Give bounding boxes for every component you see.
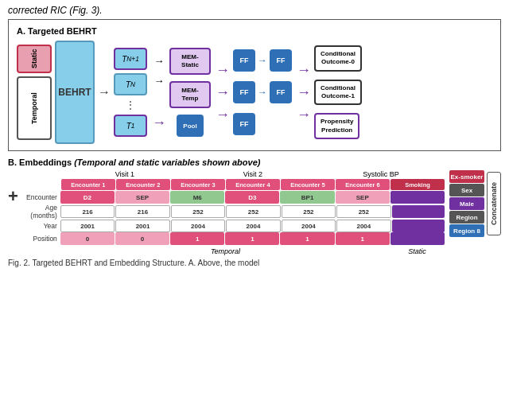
- panel-b: B. Embeddings (Temporal and static varia…: [8, 158, 501, 255]
- temporal-label: Temporal: [211, 247, 240, 255]
- t-dots: ⋮: [125, 99, 136, 111]
- cell-d3: D3: [225, 191, 279, 204]
- t-1-arrow: →: [152, 115, 166, 130]
- mem-temp-block: MEM-Temp: [169, 81, 211, 108]
- static-label: Static: [408, 247, 426, 255]
- encounter-2-header: Encounter 2: [116, 179, 170, 190]
- cell-age-2: 216: [115, 205, 169, 218]
- panel-b-label: B. Embeddings (Temporal and static varia…: [8, 158, 501, 167]
- cell-age-1: 216: [60, 205, 115, 218]
- t-n1-arrow: →: [154, 55, 165, 67]
- systolic-bp-label: Systolic BP: [317, 170, 445, 178]
- page: corrected RIC (Fig. 3). A. Targeted BEHR…: [0, 0, 509, 420]
- cell-age-5: 252: [282, 205, 336, 218]
- age-row: Age(months) 216 216 252 252 252 252: [23, 204, 445, 220]
- visit-2-label: Visit 2: [189, 170, 317, 178]
- cell-sep-2: SEP: [336, 191, 390, 204]
- cell-year-1: 2001: [60, 220, 115, 232]
- mem-static-block: MEM-Static: [169, 48, 211, 75]
- encounter-5-header: Encounter 5: [281, 179, 335, 190]
- behrt-block: BEHRT: [55, 41, 95, 144]
- encounter-row: Encounter D2 SEP M6 D3 BP1 SEP: [23, 191, 445, 204]
- sex-label-cell: Sex: [449, 184, 484, 196]
- cell-pos-6: 1: [336, 232, 390, 245]
- plus-sign: +: [8, 186, 18, 207]
- encounter-1-header: Encounter 1: [61, 179, 115, 190]
- concatenate-label: Concatenate: [487, 172, 501, 235]
- panel-a-label: A. Targeted BEHRT: [17, 26, 492, 36]
- cell-age-6: 252: [336, 205, 390, 218]
- position-row: Position 0 0 1 1 1 1: [23, 232, 445, 245]
- cell-year-5: 2004: [282, 220, 336, 232]
- cell-pos-4: 1: [225, 232, 279, 245]
- ff-1a: FF: [233, 49, 255, 72]
- t-n-block: TN: [114, 73, 147, 95]
- cell-year-3: 2004: [171, 220, 225, 232]
- diagram-a: Static Temporal BEHRT → TN+1 TN ⋮ T1 → →…: [17, 41, 492, 144]
- t-to-mem-arrows: → → →: [152, 41, 166, 144]
- ex-smoker-cell: Ex-smoker: [449, 170, 484, 183]
- ff2-to-out-arrow: →: [297, 85, 311, 99]
- ff3-to-out-arrow: →: [297, 107, 311, 122]
- panel-b-sublabel: (Temporal and static variables shown abo…: [74, 158, 260, 167]
- male-cell: Male: [449, 197, 484, 210]
- pool-block: Pool: [177, 115, 204, 137]
- embed-table: Visit 1 Visit 2 Systolic BP Encounter 1 …: [23, 170, 445, 255]
- cell-year-2: 2001: [115, 220, 169, 232]
- encounter-4-header: Encounter 4: [226, 179, 280, 190]
- position-row-label: Position: [23, 235, 60, 243]
- propensity-prediction: PropensityPrediction: [314, 113, 359, 139]
- visit-labels: Visit 1 Visit 2 Systolic BP: [23, 170, 445, 178]
- temporal-input: Temporal: [17, 76, 52, 140]
- cell-d2: D2: [60, 191, 115, 204]
- region8-cell: Region 8: [449, 224, 484, 237]
- age-row-label: Age(months): [23, 204, 60, 220]
- cell-m6: M6: [170, 191, 224, 204]
- mem-to-ff-arrows: → → →: [216, 41, 230, 144]
- ff-row-3: FF: [233, 113, 292, 135]
- top-text: corrected RIC (Fig. 3).: [8, 5, 501, 16]
- encounter-6-header: Encounter 6: [336, 179, 390, 190]
- cell-sep-1: SEP: [115, 191, 169, 204]
- year-row: Year 2001 2001 2004 2004 2004 2004: [23, 220, 445, 232]
- cell-smoking-enc: [390, 191, 445, 204]
- cell-smoking-year: [392, 220, 445, 232]
- ff-section: FF → FF FF → FF FF: [233, 41, 292, 144]
- cell-smoking-age: [392, 205, 445, 218]
- ff-2b: FF: [270, 81, 292, 103]
- t-n-arrow: →: [154, 75, 165, 87]
- cell-smoking-pos: [390, 232, 445, 245]
- behrt-to-t-arrow: →: [98, 85, 111, 99]
- cell-year-4: 2004: [226, 220, 280, 232]
- input-col: Static Temporal: [17, 45, 52, 140]
- static-col: Ex-smoker Sex Male Region Region 8: [449, 170, 484, 237]
- t-1-block: T1: [114, 115, 147, 137]
- region-label-cell: Region: [449, 211, 484, 224]
- ff-1-arrow: →: [258, 55, 267, 66]
- cell-pos-3: 1: [170, 232, 224, 245]
- ff-to-outcome-arrows: → → →: [297, 41, 311, 144]
- encounter-row-label: Encounter: [23, 193, 60, 201]
- t-col: TN+1 TN ⋮ T1: [114, 41, 147, 144]
- ff1-to-out-arrow: →: [297, 63, 311, 77]
- ff-2a: FF: [233, 81, 255, 103]
- cell-pos-5: 1: [280, 232, 334, 245]
- bottom-labels: Temporal Static: [23, 247, 445, 255]
- embedding-area: + Visit 1 Visit 2 Systolic BP Encounter …: [8, 170, 501, 255]
- static-section: Ex-smoker Sex Male Region Region 8 Conca…: [448, 170, 501, 237]
- outcome-0: ConditionalOutcome-0: [314, 45, 362, 72]
- ff-row-1: FF → FF: [233, 49, 292, 72]
- ff-3a: FF: [233, 113, 255, 135]
- mem-static-arrow: →: [216, 63, 230, 77]
- cell-year-6: 2004: [336, 220, 390, 232]
- t-n1-block: TN+1: [114, 48, 147, 70]
- outcome-1: ConditionalOutcome-1: [314, 80, 362, 106]
- encounter-headers: Encounter 1 Encounter 2 Encounter 3 Enco…: [23, 179, 445, 190]
- ff-row-2: FF → FF: [233, 81, 292, 103]
- panel-a: A. Targeted BEHRT Static Temporal BEHRT …: [8, 19, 501, 151]
- cell-pos-1: 0: [60, 232, 115, 245]
- static-input: Static: [17, 45, 52, 73]
- mem-col: MEM-Static MEM-Temp Pool: [169, 41, 211, 144]
- mem-temp-arrow: →: [216, 85, 230, 99]
- visit-1-label: Visit 1: [61, 170, 188, 178]
